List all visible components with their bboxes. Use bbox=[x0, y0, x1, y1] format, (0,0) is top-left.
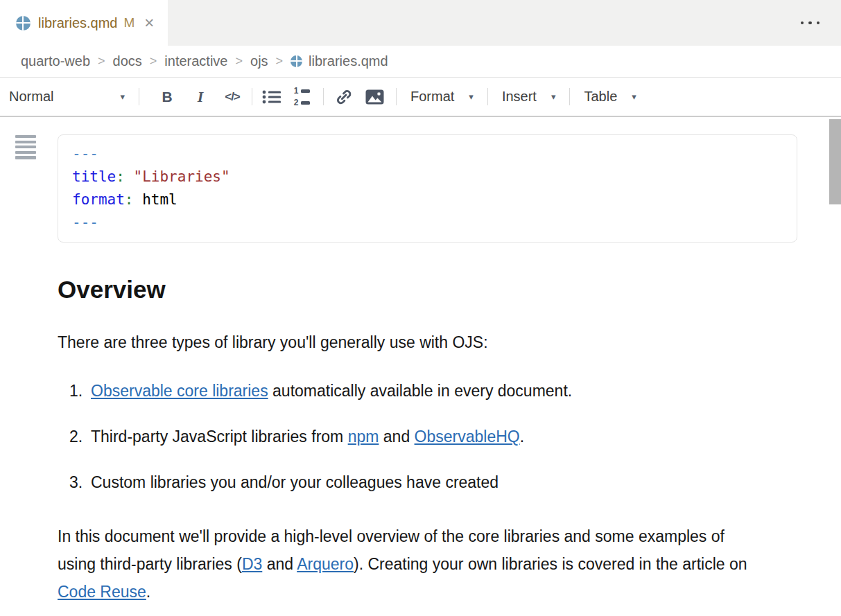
quarto-file-icon bbox=[291, 55, 302, 67]
document-content: --- title: "Libraries" format: html --- … bbox=[58, 134, 797, 606]
text-run: . bbox=[146, 583, 150, 601]
close-tab-icon[interactable]: × bbox=[144, 15, 154, 31]
insert-image-button[interactable] bbox=[363, 85, 386, 109]
breadcrumb-item-libraries-qmd[interactable]: libraries.qmd bbox=[309, 53, 388, 69]
link-observablehq[interactable]: ObservableHQ bbox=[415, 428, 520, 446]
outro-paragraph: In this document we'll provide a high-le… bbox=[58, 522, 758, 606]
list-item-text: Third-party JavaScript libraries from np… bbox=[91, 427, 797, 446]
yaml-token-string: "Libraries" bbox=[134, 168, 230, 185]
chevron-down-icon: ▾ bbox=[469, 92, 474, 101]
link-code-reuse[interactable]: Code Reuse bbox=[58, 583, 146, 601]
quarto-file-icon bbox=[16, 16, 31, 30]
breadcrumb-item-interactive[interactable]: interactive bbox=[164, 53, 227, 69]
toolbar-divider bbox=[396, 88, 397, 105]
vertical-scrollbar-thumb[interactable] bbox=[829, 119, 841, 204]
text-run: and bbox=[379, 428, 414, 446]
tab-title: libraries.qmd bbox=[38, 15, 117, 31]
text-run: automatically available in every documen… bbox=[268, 382, 573, 400]
text-run: Third-party JavaScript libraries from bbox=[91, 428, 348, 446]
toolbar-divider bbox=[487, 88, 488, 105]
yaml-token-colon: : bbox=[116, 168, 125, 185]
breadcrumb: quarto-web > docs > interactive > ojs > … bbox=[0, 46, 841, 78]
format-menu-label: Format bbox=[410, 89, 454, 105]
chevron-separator-icon: > bbox=[98, 54, 105, 69]
ellipsis-icon bbox=[808, 21, 812, 25]
section-heading: Overview bbox=[58, 274, 797, 305]
link-d3[interactable]: D3 bbox=[242, 555, 262, 573]
inline-code-button[interactable]: </> bbox=[220, 85, 244, 109]
intro-paragraph: There are three types of library you'll … bbox=[58, 333, 797, 352]
table-menu-label: Table bbox=[584, 89, 617, 105]
numbered-list-icon: 1 2 bbox=[293, 86, 310, 107]
breadcrumb-item-ojs[interactable]: ojs bbox=[250, 53, 268, 69]
numbered-list-button[interactable]: 1 2 bbox=[290, 85, 313, 109]
bulleted-list-icon bbox=[262, 89, 281, 105]
text-run: . bbox=[520, 428, 524, 446]
tabstrip-empty-space bbox=[168, 0, 779, 46]
list-item-text: Custom libraries you and/or your colleag… bbox=[91, 473, 797, 492]
toolbar-divider bbox=[569, 88, 570, 105]
text-run: and bbox=[262, 555, 297, 573]
yaml-token-punct: --- bbox=[72, 146, 98, 162]
insert-link-button[interactable] bbox=[332, 85, 356, 109]
list-item-number: 3. bbox=[69, 473, 91, 492]
insert-menu[interactable]: Insert ▾ bbox=[502, 89, 556, 105]
library-types-list: 1. Observable core libraries automatical… bbox=[58, 381, 797, 492]
formatting-toolbar: Normal ▾ B I </> 1 2 bbox=[0, 78, 841, 117]
yaml-token-key: title bbox=[72, 168, 116, 185]
list-item-text: Observable core libraries automatically … bbox=[91, 381, 797, 401]
yaml-line: title: "Libraries" bbox=[72, 166, 783, 188]
more-actions-button[interactable] bbox=[779, 0, 841, 46]
link-npm[interactable]: npm bbox=[348, 428, 379, 446]
yaml-line: --- bbox=[72, 143, 783, 166]
modified-badge: M bbox=[123, 15, 135, 30]
editor-window: libraries.qmd M × quarto-web > docs > in… bbox=[0, 0, 841, 616]
link-arquero[interactable]: Arquero bbox=[297, 555, 354, 573]
bold-button[interactable]: B bbox=[155, 85, 179, 109]
ellipsis-icon bbox=[817, 21, 820, 25]
yaml-line: format: html bbox=[72, 188, 783, 211]
paragraph-style-dropdown[interactable]: Normal ▾ bbox=[9, 89, 125, 105]
chevron-separator-icon: > bbox=[236, 54, 243, 69]
link-observable-core-libraries[interactable]: Observable core libraries bbox=[91, 382, 268, 400]
toolbar-divider bbox=[323, 88, 324, 105]
format-menu[interactable]: Format ▾ bbox=[410, 89, 474, 105]
toolbar-divider bbox=[252, 88, 252, 105]
chevron-down-icon: ▾ bbox=[120, 92, 125, 101]
italic-button[interactable]: I bbox=[189, 85, 212, 109]
list-item: 1. Observable core libraries automatical… bbox=[58, 381, 797, 401]
yaml-token-plain bbox=[125, 168, 134, 185]
yaml-line: --- bbox=[72, 211, 783, 234]
visual-editor-canvas[interactable]: --- title: "Libraries" format: html --- … bbox=[0, 117, 841, 615]
yaml-token-colon: : bbox=[125, 191, 134, 208]
list-item: 3. Custom libraries you and/or your coll… bbox=[58, 473, 797, 492]
text-run: ). Creating your own libraries is covere… bbox=[354, 555, 747, 573]
table-menu[interactable]: Table ▾ bbox=[584, 89, 636, 105]
insert-menu-label: Insert bbox=[502, 89, 537, 105]
chevron-down-icon: ▾ bbox=[632, 92, 636, 101]
tab-libraries-qmd[interactable]: libraries.qmd M × bbox=[0, 0, 168, 46]
yaml-token-key: format bbox=[72, 191, 125, 208]
tab-bar: libraries.qmd M × bbox=[0, 0, 841, 46]
yaml-front-matter-block[interactable]: --- title: "Libraries" format: html --- bbox=[58, 134, 797, 243]
bulleted-list-button[interactable] bbox=[259, 85, 283, 109]
yaml-token-punct: --- bbox=[72, 214, 98, 231]
list-item-number: 2. bbox=[69, 427, 91, 446]
chevron-down-icon: ▾ bbox=[551, 92, 556, 101]
paragraph-style-value: Normal bbox=[9, 89, 53, 105]
yaml-token-plain: html bbox=[134, 191, 177, 208]
breadcrumb-item-quarto-web[interactable]: quarto-web bbox=[21, 53, 90, 69]
list-item-number: 1. bbox=[69, 381, 91, 401]
text-run: There are three types of library you'll … bbox=[58, 333, 488, 351]
chevron-separator-icon: > bbox=[276, 54, 284, 69]
text-run: Custom libraries you and/or your colleag… bbox=[91, 473, 498, 491]
link-icon bbox=[334, 88, 354, 106]
image-icon bbox=[365, 89, 384, 105]
toolbar-divider bbox=[139, 88, 139, 105]
ellipsis-icon bbox=[801, 21, 804, 25]
breadcrumb-item-docs[interactable]: docs bbox=[113, 53, 142, 69]
list-item: 2. Third-party JavaScript libraries from… bbox=[58, 427, 797, 446]
chevron-separator-icon: > bbox=[150, 54, 157, 69]
block-drag-handle-icon[interactable] bbox=[15, 135, 36, 159]
